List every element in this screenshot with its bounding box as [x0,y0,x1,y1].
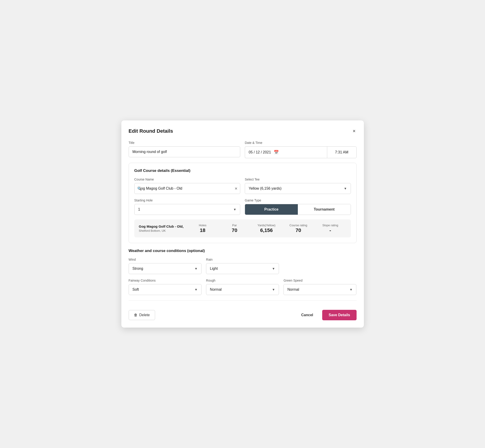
rain-dropdown[interactable]: Light ▼ [206,263,279,274]
game-type-label: Game Type [245,199,351,202]
wind-field: Wind Strong ▼ [129,258,202,274]
fairway-field: Fairway Conditions Soft ▼ [129,279,202,295]
course-location: Shelford Bottom, UK [139,229,187,232]
fairway-value: Soft [132,288,139,292]
wind-label: Wind [129,258,202,261]
hole-gametype-row: Starting Hole 1 ▼ Game Type Practice Tou… [134,199,351,215]
yards-label: Yards(Yellow) [251,224,282,227]
slope-rating-value: - [314,227,346,233]
edit-round-modal: Edit Round Details × Title Date & Time 0… [121,120,364,328]
select-tee-dropdown[interactable]: Yellow (6,156 yards) ▼ [245,183,351,194]
par-label: Par [218,224,251,227]
course-rating-label: Course rating [282,224,314,227]
title-datetime-row: Title Date & Time 05 / 12 / 2021 📅 7:31 … [129,141,356,158]
close-button[interactable]: × [352,128,356,135]
course-name-input-wrap: 🔍 ✕ [134,183,241,194]
rain-field: Rain Light ▼ [206,258,279,274]
cancel-button[interactable]: Cancel [298,310,317,320]
course-rating-stat: Course rating 70 [282,224,314,233]
course-name-field: Course Name 🔍 ✕ [134,177,241,194]
datetime-row: 05 / 12 / 2021 📅 7:31 AM [245,146,356,158]
wind-rain-row: Wind Strong ▼ Rain Light ▼ [129,258,356,274]
par-stat: Par 70 [218,224,251,233]
modal-title: Edit Round Details [129,128,173,134]
date-value: 05 / 12 / 2021 [249,150,271,154]
title-label: Title [129,141,241,144]
footer-right: Cancel Save Details [298,310,356,320]
tournament-button[interactable]: Tournament [298,204,351,215]
chevron-down-icon: ▼ [349,288,353,291]
modal-header: Edit Round Details × [129,128,356,135]
rough-dropdown[interactable]: Normal ▼ [206,284,279,295]
chevron-down-icon: ▼ [272,267,275,271]
select-tee-value: Yellow (6,156 yards) [249,186,282,191]
rain-label: Rain [206,258,279,261]
rough-field: Rough Normal ▼ [206,279,279,295]
rain-value: Light [210,267,218,271]
chevron-down-icon: ▼ [194,267,198,271]
weather-section: Weather and course conditions (optional)… [129,248,356,295]
wind-value: Strong [132,267,143,271]
chevron-down-icon: ▼ [344,187,347,190]
course-info-box: Gog Magog Golf Club - Old, Shelford Bott… [134,219,351,237]
datetime-field: Date & Time 05 / 12 / 2021 📅 7:31 AM [245,141,356,158]
datetime-label: Date & Time [245,141,356,144]
select-tee-label: Select Tee [245,177,351,181]
footer: 🗑 Delete Cancel Save Details [129,306,356,320]
green-speed-label: Green Speed [283,279,356,282]
slope-rating-label: Slope rating [314,224,346,227]
course-info-name: Gog Magog Golf Club - Old, Shelford Bott… [139,224,187,232]
par-value: 70 [218,227,251,233]
rough-label: Rough [206,279,279,282]
trash-icon: 🗑 [134,313,137,317]
delete-button[interactable]: 🗑 Delete [129,310,155,320]
holes-label: Holes [187,224,218,227]
game-type-field: Game Type Practice Tournament [245,199,351,215]
chevron-down-icon: ▼ [233,208,236,211]
title-input[interactable] [129,146,241,157]
holes-value: 18 [187,227,218,233]
select-tee-field: Select Tee Yellow (6,156 yards) ▼ [245,177,351,194]
calendar-icon: 📅 [274,150,279,155]
title-field: Title [129,141,241,158]
search-icon: 🔍 [137,186,142,191]
golf-section-title: Golf Course details (Essential) [134,168,351,173]
practice-button[interactable]: Practice [245,204,298,215]
green-speed-value: Normal [287,288,299,292]
starting-hole-dropdown[interactable]: 1 ▼ [134,204,241,215]
fairway-dropdown[interactable]: Soft ▼ [129,284,202,295]
date-box[interactable]: 05 / 12 / 2021 📅 [245,146,327,158]
delete-label: Delete [139,313,150,317]
time-box[interactable]: 7:31 AM [327,146,356,158]
starting-hole-label: Starting Hole [134,199,241,202]
rough-value: Normal [210,288,222,292]
save-details-button[interactable]: Save Details [322,310,356,320]
course-name-display: Gog Magog Golf Club - Old, [139,224,187,228]
course-tee-row: Course Name 🔍 ✕ Select Tee Yellow (6,156… [134,177,351,194]
course-name-label: Course Name [134,177,241,181]
clear-icon[interactable]: ✕ [234,186,237,191]
holes-stat: Holes 18 [187,224,218,233]
wind-dropdown[interactable]: Strong ▼ [129,263,202,274]
weather-section-title: Weather and course conditions (optional) [129,248,356,253]
course-rating-value: 70 [282,227,314,233]
course-name-input[interactable] [134,183,241,194]
chevron-down-icon: ▼ [272,288,275,291]
slope-rating-stat: Slope rating - [314,224,346,233]
green-speed-dropdown[interactable]: Normal ▼ [283,284,356,295]
green-speed-field: Green Speed Normal ▼ [283,279,356,295]
starting-hole-value: 1 [138,207,140,211]
golf-course-section: Golf Course details (Essential) Course N… [129,163,356,243]
starting-hole-field: Starting Hole 1 ▼ [134,199,241,215]
chevron-down-icon: ▼ [194,288,198,291]
yards-value: 6,156 [251,227,282,233]
yards-stat: Yards(Yellow) 6,156 [251,224,282,233]
conditions-row: Fairway Conditions Soft ▼ Rough Normal ▼… [129,279,356,295]
fairway-label: Fairway Conditions [129,279,202,282]
time-value: 7:31 AM [335,150,348,154]
game-type-toggle: Practice Tournament [245,204,351,215]
